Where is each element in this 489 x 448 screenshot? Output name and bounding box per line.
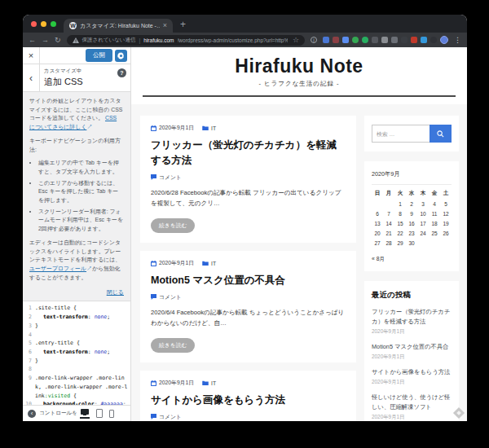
calendar-day[interactable]: 26 [440,231,452,236]
reload-icon[interactable]: ↻ [55,37,61,44]
calendar-day[interactable]: 2 [406,201,417,207]
calendar-day[interactable]: 20 [372,231,383,236]
css-selector: .site-title [35,305,73,311]
chrome-menu-icon[interactable]: ⋮ [454,36,461,44]
customizer-header: × 公開 [23,47,130,64]
minimize-window-button[interactable] [41,21,46,27]
calendar-day[interactable]: 9 [406,211,417,217]
article-category[interactable]: IT [211,125,216,131]
extension-icon[interactable] [391,37,398,43]
search-widget [364,116,459,152]
calendar-day[interactable]: 6 [372,211,383,217]
article-date[interactable]: 2020年9月1日 [159,124,194,132]
calendar-day[interactable]: 30 [406,240,417,246]
calendar-day[interactable]: 15 [394,221,406,226]
calendar-day[interactable]: 25 [429,231,440,236]
search-icon [437,130,444,138]
desktop-preview-icon[interactable] [80,408,90,419]
search-button[interactable] [430,125,452,143]
bookmark-star-icon[interactable]: ☆ [293,36,299,44]
browser-tab[interactable]: W カスタマイズ: Hirafuku Note -… × [64,19,173,33]
extension-icon[interactable] [411,37,417,43]
extension-icon[interactable] [362,37,368,43]
article-comments[interactable]: コメント [159,413,182,421]
address-bar[interactable]: 保護されていない通信 | hirafuku.com/wordpress/wp-a… [67,35,305,46]
mobile-preview-icon[interactable] [109,410,114,418]
close-customizer-button[interactable]: × [23,47,40,64]
read-more-button[interactable]: 続きを読む [151,218,195,233]
article-date[interactable]: 2020年9月1日 [159,259,194,267]
extension-icon[interactable] [352,37,359,43]
calendar-day[interactable]: 14 [383,221,394,226]
css-code-editor[interactable]: 1.site-title { 2text-transform: none; 3}… [23,301,130,405]
extension-icon[interactable] [401,37,408,43]
recent-post-link[interactable]: 怪しいけど使う、使うけど怪しい、圧縮解凍ソフト [372,393,452,412]
calendar-day[interactable]: 28 [383,240,394,246]
article-category[interactable]: IT [211,261,216,266]
calendar-day[interactable]: 11 [429,211,440,217]
extension-icon[interactable] [381,37,388,43]
calendar-day[interactable]: 19 [440,221,452,226]
publish-settings-button[interactable] [115,50,127,62]
calendar-day[interactable]: 7 [383,211,394,217]
extension-icon[interactable] [421,37,427,43]
calendar-day[interactable]: 21 [383,231,394,236]
line-number: 5 [23,339,35,348]
calendar-day[interactable]: 13 [372,221,383,226]
extension-icon[interactable] [430,37,437,43]
calendar-day[interactable]: 3 [417,201,429,207]
calendar-day[interactable]: 18 [429,221,440,226]
recent-post-link[interactable]: フリッカー（蛍光灯のチカチカ）を軽減する方法 [372,307,452,327]
site-title[interactable]: Hirafuku Note [143,55,456,77]
user-profile-link[interactable]: ユーザープロフィール [29,266,86,271]
forward-icon[interactable]: → [42,37,49,44]
recent-post-link[interactable]: サイトから画像をもらう方法 [372,367,452,377]
article-category[interactable]: IT [211,380,216,386]
calendar-day[interactable]: 10 [417,211,429,217]
back-chevron-icon[interactable]: ‹ [23,64,40,91]
article-date[interactable]: 2020年9月1日 [159,379,194,387]
calendar-day[interactable]: 27 [372,240,383,246]
calendar-day[interactable]: 1 [394,201,406,207]
article-comments[interactable]: コメント [159,293,182,301]
extension-icon[interactable] [323,37,329,43]
article-comments[interactable]: コメント [159,173,182,182]
calendar-day[interactable]: 22 [394,231,406,236]
article-title[interactable]: サイトから画像をもらう方法 [151,393,346,408]
tab-close-icon[interactable]: × [163,22,167,29]
calendar-day[interactable]: 5 [440,201,452,207]
security-badge[interactable]: 保護されていない通信 [82,37,136,44]
browser-toolbar: ← → ↻ 保護されていない通信 | hirafuku.com/wordpres… [23,33,467,47]
new-tab-button[interactable]: + [180,19,186,30]
close-description-link[interactable]: 閉じる [23,288,130,301]
help-icon[interactable]: ? [117,68,126,77]
extension-icon[interactable] [333,37,339,43]
back-icon[interactable]: ← [29,37,36,44]
calendar-day[interactable]: 24 [417,231,429,236]
calendar-day[interactable]: 23 [406,231,417,236]
read-more-button[interactable]: 続きを読む [151,338,195,353]
zoom-window-button[interactable] [51,21,56,27]
profile-avatar[interactable] [440,36,448,44]
calendar-day[interactable]: 17 [417,221,429,226]
recent-post-link[interactable]: Motion5 マスク位置の不具合 [372,342,452,352]
page-info-icon[interactable]: i [311,37,317,43]
close-window-button[interactable] [31,21,37,27]
article-title[interactable]: フリッカー（蛍光灯のチカチカ）を軽減する方法 [151,138,346,169]
calendar-day[interactable]: 16 [406,221,417,226]
collapse-sidebar-icon[interactable]: ‹ [28,410,36,418]
tablet-preview-icon[interactable] [96,409,103,418]
publish-button[interactable]: 公開 [86,49,112,62]
calendar-day[interactable]: 29 [394,240,406,246]
article-title[interactable]: Motion5 マスク位置の不具合 [151,273,346,288]
hide-controls-label[interactable]: コントロールを非表示 [39,410,77,417]
sidebar: 2020年9月 日月火水木金土 12345 6789101112 1314151… [364,116,459,421]
search-input[interactable] [372,125,430,143]
calendar-day[interactable]: 8 [394,211,406,217]
extension-icon[interactable] [342,37,349,43]
recent-post-date: 2020年9月1日 [372,379,452,386]
calendar-day[interactable]: 4 [429,201,440,207]
calendar-day[interactable]: 12 [440,211,452,217]
previous-month-link[interactable]: « 8月 [372,255,385,263]
extension-icon[interactable] [372,37,378,43]
